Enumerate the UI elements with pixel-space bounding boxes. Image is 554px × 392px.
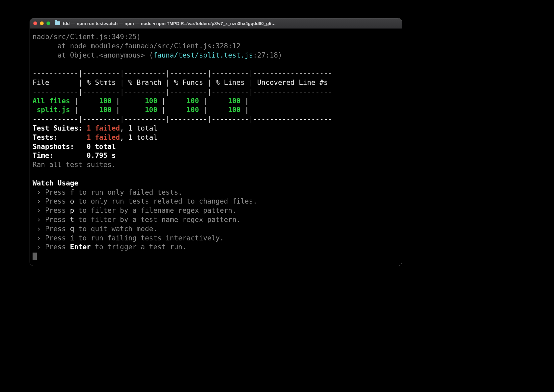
suites-fail: 1 failed <box>87 124 120 132</box>
cov-border-top: -----------|---------|----------|-------… <box>33 69 332 77</box>
watch-item: › Press q to quit watch mode. <box>33 225 157 233</box>
title-bar: tdd — npm run test:watch — npm — node ◂ … <box>30 18 402 29</box>
cursor <box>33 253 37 260</box>
ran-all: Ran all test suites. <box>33 161 116 169</box>
cov-border-mid: -----------|---------|----------|-------… <box>33 88 332 96</box>
cov-row: All files | 100 | 100 | 100 | 100 | <box>33 97 253 105</box>
watch-item: › Press Enter to trigger a test run. <box>33 243 187 251</box>
suites-label: Test Suites: <box>33 124 87 132</box>
cov-row: split.js | 100 | 100 | 100 | 100 | <box>33 106 253 114</box>
stack-line-2: at node_modules/faunadb/src/Client.js:32… <box>33 42 240 50</box>
watch-item: › Press p to filter by a filename regex … <box>33 207 237 214</box>
zoom-icon[interactable] <box>46 21 50 25</box>
stack-line-3-pre: at Object.<anonymous> ( <box>33 51 153 59</box>
watch-item: › Press f to run only failed tests. <box>33 188 182 196</box>
window-title: tdd — npm run test:watch — npm — node ◂ … <box>63 21 398 26</box>
tests-label: Tests: <box>33 134 87 141</box>
cov-border-bot: -----------|---------|----------|-------… <box>33 115 332 123</box>
time: Time: 0.795 s <box>33 152 116 159</box>
stack-line-3-suf: :27:18) <box>253 51 282 59</box>
watch-item: › Press o to only run tests related to c… <box>33 197 257 205</box>
tests-fail: 1 failed <box>87 134 120 141</box>
traffic-lights <box>33 21 50 25</box>
tests-rest: , 1 total <box>120 134 158 141</box>
watch-item: › Press t to filter by a test name regex… <box>33 216 240 224</box>
terminal-window: tdd — npm run test:watch — npm — node ◂ … <box>30 18 402 266</box>
suites-rest: , 1 total <box>120 124 158 132</box>
watch-item: › Press i to run failing tests interacti… <box>33 234 224 242</box>
cov-header: File | % Stmts | % Branch | % Funcs | % … <box>33 79 332 86</box>
folder-icon <box>55 21 60 25</box>
watch-usage-title: Watch Usage <box>33 179 78 187</box>
snapshots: Snapshots: 0 total <box>33 143 116 151</box>
terminal-body[interactable]: nadb/src/Client.js:349:25) at node_modul… <box>30 29 402 266</box>
stack-file-link[interactable]: fauna/test/split.test.js <box>153 51 253 59</box>
close-icon[interactable] <box>33 21 37 25</box>
minimize-icon[interactable] <box>40 21 44 25</box>
stack-line-1: nadb/src/Client.js:349:25) <box>33 33 141 41</box>
